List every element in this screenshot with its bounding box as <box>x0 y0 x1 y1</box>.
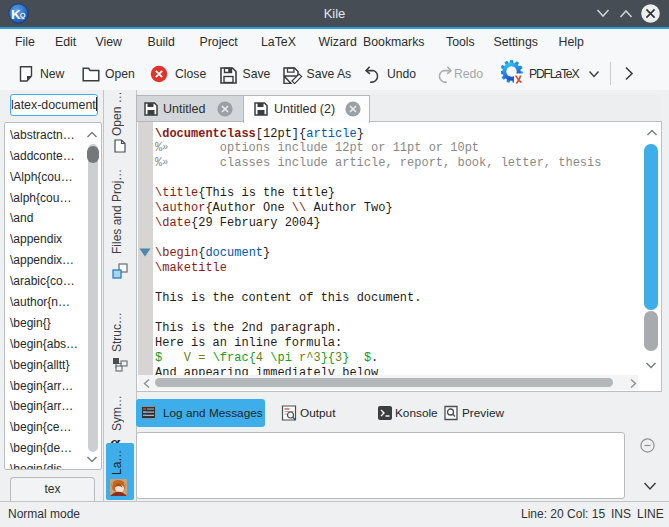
svg-text:K: K <box>11 7 21 22</box>
